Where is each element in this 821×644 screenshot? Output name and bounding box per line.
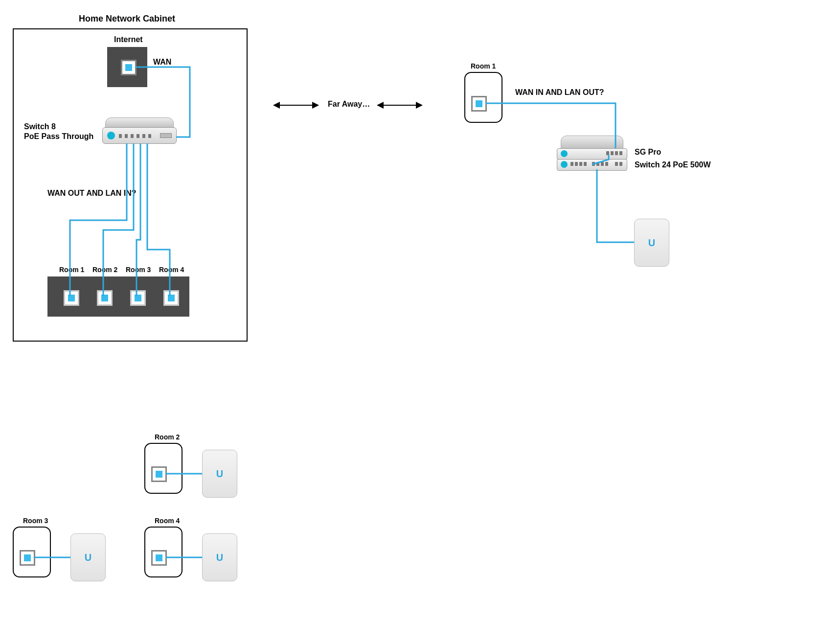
diagram-canvas: Home Network Cabinet Internet WAN Switch… [0, 0, 821, 644]
arrow-left-icon [274, 105, 318, 106]
switch24-label: Switch 24 PoE 500W [635, 161, 711, 169]
switch8-ports-icon [119, 134, 151, 138]
switch8-label-1: Switch 8 [24, 122, 56, 131]
patch-label-3: Room 3 [126, 266, 151, 274]
patch-jack-4 [163, 290, 179, 306]
far-away-label: Far Away… [328, 100, 370, 109]
wan-label: WAN [153, 58, 171, 67]
patch-jack-1 [64, 290, 79, 306]
switch8-uplink-icon [160, 133, 172, 138]
arrow-right-icon [378, 105, 422, 106]
sgpro-led-icon [561, 150, 568, 157]
room3-label: Room 3 [23, 517, 48, 525]
switch8-device [102, 117, 177, 144]
ap-room4: U [202, 533, 237, 581]
switch24-ports-b-icon [592, 162, 608, 166]
isp-jack [121, 60, 137, 75]
patch-jack-2 [97, 290, 113, 306]
switch8-led-icon [107, 132, 115, 139]
ubiquiti-logo-icon: U [648, 237, 655, 249]
room1-jack [471, 96, 487, 112]
ubiquiti-logo-icon: U [85, 552, 91, 563]
sgpro-label: SG Pro [635, 148, 661, 157]
room4-label: Room 4 [155, 517, 180, 525]
rack-device [557, 136, 627, 170]
patch-label-4: Room 4 [159, 266, 184, 274]
patch-jack-3 [130, 290, 146, 306]
switch24-led-icon [561, 161, 568, 168]
room2-jack [151, 466, 167, 482]
internet-label: Internet [114, 35, 143, 44]
room2-label: Room 2 [155, 433, 180, 441]
switch24-ports-a-icon [570, 162, 587, 166]
switch8-label-2: PoE Pass Through [24, 132, 93, 141]
room1-question: WAN IN AND LAN OUT? [515, 88, 604, 97]
room3-jack [20, 550, 35, 566]
patch-label-2: Room 2 [92, 266, 117, 274]
ap-room2: U [202, 450, 237, 498]
ap-room1: U [634, 219, 669, 267]
cabinet-question: WAN OUT AND LAN IN? [47, 189, 137, 198]
switch24-ports-c-icon [615, 162, 622, 166]
sgpro-ports-icon [606, 151, 622, 155]
ubiquiti-logo-icon: U [216, 468, 223, 480]
room4-jack [151, 550, 167, 566]
ap-room3: U [70, 533, 106, 581]
room1-label: Room 1 [471, 62, 496, 70]
cabinet-title: Home Network Cabinet [79, 14, 175, 24]
ubiquiti-logo-icon: U [216, 552, 223, 563]
patch-label-1: Room 1 [59, 266, 84, 274]
